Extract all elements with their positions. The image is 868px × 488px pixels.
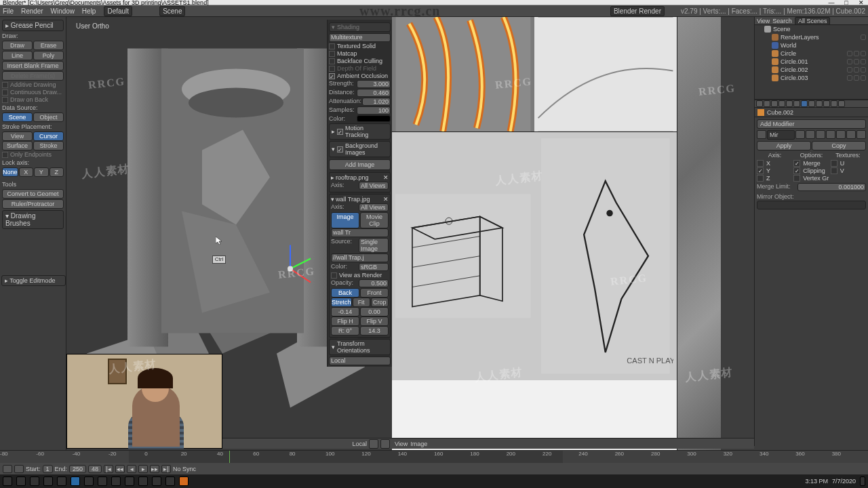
ctx-scene-icon[interactable] (771, 100, 778, 107)
sync-mode-dropdown[interactable]: No Sync (173, 466, 196, 472)
ao-strength-input[interactable]: 3.000 (357, 80, 391, 88)
layers-icon[interactable] (369, 439, 378, 449)
outliner-obj-3[interactable]: Circle.003 (781, 75, 808, 81)
bg1-axis-dropdown[interactable]: All Views (359, 182, 389, 190)
outliner-filter-dropdown[interactable]: All Scenes (795, 17, 831, 25)
panel-drawing-brushes[interactable]: ▾ Drawing Brushes (2, 210, 64, 229)
marker-icon[interactable] (14, 465, 24, 473)
app-icon[interactable] (111, 476, 121, 486)
app-icon[interactable] (98, 476, 107, 486)
shading-icon[interactable] (380, 439, 390, 449)
ruler-button[interactable]: Ruler/Protractor (2, 199, 64, 209)
timeline[interactable]: -80-60-40-200204060801001201401601802002… (0, 450, 868, 474)
bg2-filepath-input[interactable]: //wall Trap.j (331, 253, 389, 262)
bg2-flip-h[interactable]: Flip H (331, 317, 359, 326)
ao-attenuation-input[interactable]: 1.020 (362, 98, 391, 106)
toggle-editmode-label[interactable]: Toggle Editmode (9, 277, 55, 284)
bg2-source-dropdown[interactable]: Single Image (359, 238, 389, 253)
modifier-editmode-toggle[interactable] (816, 130, 825, 139)
gp-poly-button[interactable]: Poly (33, 51, 64, 60)
modifier-name-input[interactable]: Mir (767, 130, 795, 140)
bg-image-1-close-icon[interactable]: ✕ (383, 174, 389, 181)
play-icon[interactable]: ▸ (138, 465, 148, 473)
tray-time[interactable]: 3:13 PM (805, 478, 828, 485)
gp-erase-button[interactable]: Erase (33, 41, 64, 50)
menu-help[interactable]: Help (82, 7, 96, 15)
bg2-rotation[interactable]: R: 0° (331, 326, 359, 336)
gp-additive-check[interactable]: Additive Drawing (2, 81, 64, 88)
sp-only-endpoints-check[interactable]: Only Endpoints (2, 151, 64, 158)
outliner-obj-2[interactable]: Circle.002 (781, 66, 808, 73)
axis-z-check[interactable] (757, 175, 764, 182)
bg2-flip-v[interactable]: Flip V (360, 317, 389, 326)
bg2-view-as-render-check[interactable]: View as Render (331, 272, 389, 279)
ctx-texture-icon[interactable] (823, 100, 830, 107)
keyframe-next-icon[interactable]: ▸▸ (150, 465, 159, 473)
bg2-fit-crop[interactable]: Crop (371, 298, 389, 307)
bg-image-2-close-icon[interactable]: ✕ (383, 196, 389, 203)
outliner-obj-1[interactable]: Circle.001 (781, 58, 808, 65)
shading-mode-dropdown[interactable]: Multitexture (329, 33, 391, 42)
gp-draw-button[interactable]: Draw (2, 41, 33, 50)
merge-limit-input[interactable]: 0.001000 (797, 183, 866, 191)
window-close-icon[interactable]: ✕ (857, 0, 865, 5)
lock-x-button[interactable]: X (19, 167, 33, 177)
ctx-modifiers-icon[interactable] (801, 100, 808, 107)
outliner[interactable]: Scene RenderLayers World Circle Circle.0… (755, 25, 868, 100)
play-reverse-icon[interactable]: ◂ (127, 465, 136, 473)
sp-stroke-button[interactable]: Stroke (33, 141, 64, 150)
opt-merge-check[interactable] (793, 160, 800, 167)
matcap-check[interactable]: Matcap (329, 50, 391, 57)
ctx-render-icon[interactable] (756, 100, 763, 107)
bg2-fit-fit[interactable]: Fit (353, 298, 370, 307)
dof-check[interactable]: Depth Of Field (329, 65, 391, 72)
bg2-size[interactable]: 14.3 (360, 326, 389, 336)
outliner-search[interactable]: Search (772, 18, 792, 24)
jump-end-icon[interactable]: ▸| (161, 465, 171, 473)
screen-layout-dropdown[interactable]: Default (104, 6, 132, 16)
ctx-object-icon[interactable] (786, 100, 793, 107)
opt-clipping-check[interactable] (793, 167, 800, 174)
outliner-obj-0[interactable]: Circle (781, 50, 796, 57)
axis-y-check[interactable] (757, 167, 764, 174)
sp-view-button[interactable]: View (2, 131, 33, 141)
lock-y-button[interactable]: Y (34, 167, 49, 177)
modifier-up-icon[interactable] (836, 130, 846, 139)
ctx-particles-icon[interactable] (831, 100, 837, 107)
bg2-opacity-input[interactable]: 0.500 (359, 279, 389, 287)
ctx-world-icon[interactable] (778, 100, 785, 107)
ds-object-button[interactable]: Object (33, 113, 64, 122)
explorer-icon[interactable] (43, 476, 53, 486)
bg-image-2-name[interactable]: wall Trap.jpg (336, 196, 370, 203)
panel-background-images[interactable]: ▾ Background Images (329, 141, 391, 157)
bg2-image-name-input[interactable]: wall Tr (331, 228, 389, 237)
sp-cursor-button[interactable]: Cursor (33, 131, 64, 141)
editor-type-icon[interactable] (3, 465, 12, 473)
window-maximize-icon[interactable]: □ (842, 0, 850, 5)
modifier-delete-icon[interactable] (856, 130, 866, 139)
keyframe-prev-icon[interactable]: ◂◂ (115, 465, 125, 473)
add-modifier-dropdown[interactable]: Add Modifier (757, 119, 866, 129)
task-view-icon[interactable] (30, 476, 39, 486)
backface-culling-check[interactable]: Backface Culling (329, 58, 391, 64)
modifier-apply-button[interactable]: Apply (757, 141, 811, 150)
ctx-material-icon[interactable] (816, 100, 823, 107)
ctx-layers-icon[interactable] (764, 100, 770, 107)
ie2-image-menu[interactable]: Image (410, 441, 427, 447)
photoshop-icon[interactable] (71, 476, 80, 486)
window-minimize-icon[interactable]: ― (827, 0, 835, 5)
ie2-view-menu[interactable]: View (395, 441, 408, 447)
axis-x-check[interactable] (757, 160, 764, 167)
ao-samples-input[interactable]: 100 (357, 106, 391, 115)
chrome-icon[interactable] (125, 476, 134, 486)
modifier-cage-toggle[interactable] (826, 130, 835, 139)
outliner-world[interactable]: World (781, 42, 796, 49)
scene-dropdown[interactable]: Scene (159, 6, 185, 16)
app-icon[interactable] (138, 476, 148, 486)
bg2-axis-dropdown[interactable]: All Views (359, 203, 389, 211)
gp-insert-blank-frame-button[interactable]: Insert Blank Frame (2, 61, 64, 70)
convert-button[interactable]: Convert to Geomet (2, 189, 64, 199)
sp-surface-button[interactable]: Surface (2, 141, 33, 150)
outliner-renderlayers[interactable]: RenderLayers (781, 34, 819, 41)
menu-file[interactable]: File (3, 7, 14, 15)
